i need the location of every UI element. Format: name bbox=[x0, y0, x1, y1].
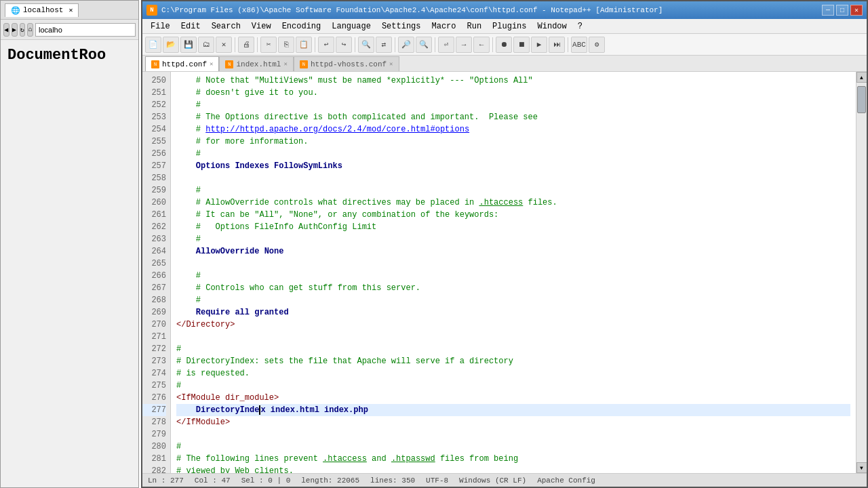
stop-button[interactable]: ⏹ bbox=[513, 37, 530, 53]
status-lines: lines: 350 bbox=[370, 476, 415, 485]
code-line-259: # bbox=[176, 184, 850, 197]
menu-settings[interactable]: Settings bbox=[376, 20, 427, 33]
line-number: 269 bbox=[142, 306, 166, 319]
code-line-279 bbox=[176, 428, 850, 441]
address-bar[interactable] bbox=[35, 23, 136, 37]
menu-search[interactable]: Search bbox=[206, 20, 246, 33]
code-line-260: # AllowOverride controls what directives… bbox=[176, 197, 850, 209]
tb-sep3 bbox=[315, 37, 315, 52]
tab-close-index[interactable]: ✕ bbox=[283, 60, 287, 68]
npp-title-text: C:\Program Files (x86)\Apache Software F… bbox=[161, 6, 663, 14]
indent-button[interactable]: → bbox=[456, 37, 472, 53]
find-button[interactable]: 🔍 bbox=[358, 37, 374, 53]
menu-plugins[interactable]: Plugins bbox=[487, 20, 532, 33]
zoom-out-button[interactable]: 🔍 bbox=[416, 37, 432, 53]
code-line-273: # DirectoryIndex: sets the file that Apa… bbox=[176, 355, 850, 367]
print-button[interactable]: 🖨 bbox=[238, 37, 254, 53]
toolbar-settings-button[interactable]: ⚙ bbox=[589, 37, 605, 53]
code-line-271 bbox=[176, 331, 850, 343]
save-button[interactable]: 💾 bbox=[180, 37, 197, 53]
scrollbar-track[interactable] bbox=[856, 83, 867, 462]
menu-language[interactable]: Language bbox=[326, 20, 376, 33]
npp-app-icon: N bbox=[146, 5, 157, 16]
code-line-270: </Directory> bbox=[176, 319, 850, 331]
scroll-down-arrow[interactable]: ▼ bbox=[856, 462, 867, 473]
line-number: 259 bbox=[142, 184, 166, 197]
play-button[interactable]: ▶ bbox=[531, 37, 547, 53]
menu-edit[interactable]: Edit bbox=[176, 20, 206, 33]
copy-button[interactable]: ⎘ bbox=[278, 37, 294, 53]
save-all-button[interactable]: 🗂 bbox=[198, 37, 214, 53]
code-line-274: # is requested. bbox=[176, 367, 850, 380]
browser-tab-label: localhost bbox=[23, 6, 63, 14]
tab-httpd-conf[interactable]: N httpd.conf ✕ bbox=[145, 56, 219, 71]
code-line-267: # Controls who can get stuff from this s… bbox=[176, 282, 850, 294]
undo-button[interactable]: ↩ bbox=[318, 37, 334, 53]
vertical-scrollbar[interactable]: ▲ ▼ bbox=[856, 72, 867, 473]
line-numbers: 250 251 252 253 254 255 256 257 258 259 … bbox=[142, 72, 171, 473]
status-type: Apache Config bbox=[537, 476, 595, 485]
open-button[interactable]: 📂 bbox=[163, 37, 179, 53]
tb-sep5 bbox=[395, 37, 395, 52]
line-number: 277 bbox=[142, 404, 166, 416]
code-line-277: DirectoryIndex index.html index.php bbox=[176, 404, 850, 416]
back-button[interactable]: ◀ bbox=[3, 23, 9, 37]
menu-macro[interactable]: Macro bbox=[426, 20, 461, 33]
tab-label-index: index.html bbox=[236, 60, 281, 68]
code-line-278: </IfModule> bbox=[176, 416, 850, 428]
menu-window[interactable]: Window bbox=[532, 20, 572, 33]
line-number: 261 bbox=[142, 209, 166, 221]
line-number: 278 bbox=[142, 416, 166, 428]
close-button[interactable]: ✕ bbox=[850, 5, 863, 16]
home-button[interactable]: ⌂ bbox=[27, 23, 33, 37]
unindent-button[interactable]: ← bbox=[473, 37, 490, 53]
close-button-tb[interactable]: ✕ bbox=[216, 37, 232, 53]
menu-run[interactable]: Run bbox=[462, 20, 488, 33]
redo-button[interactable]: ↪ bbox=[336, 37, 352, 53]
tab-close-vhosts[interactable]: ✕ bbox=[389, 60, 393, 68]
line-number: 273 bbox=[142, 355, 166, 367]
tab-vhosts-conf[interactable]: N httpd-vhosts.conf ✕ bbox=[294, 56, 399, 71]
line-number: 275 bbox=[142, 380, 166, 392]
record-button[interactable]: ⏺ bbox=[496, 37, 512, 53]
tab-index-html[interactable]: N index.html ✕ bbox=[219, 56, 293, 71]
code-line-258 bbox=[176, 172, 850, 184]
minimize-button[interactable]: ─ bbox=[822, 5, 834, 16]
tab-icon-httpd: N bbox=[151, 60, 159, 68]
scroll-up-arrow[interactable]: ▲ bbox=[856, 72, 867, 83]
line-number: 264 bbox=[142, 245, 166, 258]
menu-encoding[interactable]: Encoding bbox=[277, 20, 327, 33]
refresh-button[interactable]: ↻ bbox=[20, 23, 26, 37]
cut-button[interactable]: ✂ bbox=[260, 37, 277, 53]
menu-file[interactable]: File bbox=[145, 20, 176, 33]
word-wrap-button[interactable]: ⏎ bbox=[438, 37, 454, 53]
tab-label-vhosts: httpd-vhosts.conf bbox=[311, 60, 387, 68]
code-line-269: Require all granted bbox=[176, 306, 850, 319]
line-number: 272 bbox=[142, 343, 166, 355]
code-line-261: # It can be "All", "None", or any combin… bbox=[176, 209, 850, 221]
zoom-in-button[interactable]: 🔎 bbox=[398, 37, 414, 53]
menu-help[interactable]: ? bbox=[572, 20, 588, 33]
paste-button[interactable]: 📋 bbox=[296, 37, 312, 53]
forward-button[interactable]: ▶ bbox=[12, 23, 18, 37]
menu-view[interactable]: View bbox=[246, 20, 277, 33]
tab-close-httpd[interactable]: ✕ bbox=[210, 60, 213, 68]
code-line-257: Options Indexes FollowSymLinks bbox=[176, 160, 850, 172]
scrollbar-thumb[interactable] bbox=[857, 86, 866, 113]
replace-button[interactable]: ⇄ bbox=[376, 37, 392, 53]
spell-check-button[interactable]: ABC bbox=[571, 37, 587, 53]
document-root-text: DocumentRoo bbox=[7, 47, 106, 64]
code-line-281: # The following lines prevent .htaccess … bbox=[176, 453, 850, 465]
new-button[interactable]: 📄 bbox=[145, 37, 161, 53]
line-number: 281 bbox=[142, 453, 166, 465]
run-macro-button[interactable]: ⏭ bbox=[549, 37, 565, 53]
line-number: 255 bbox=[142, 136, 166, 148]
tb-sep1 bbox=[235, 37, 235, 52]
line-number: 262 bbox=[142, 221, 166, 233]
line-number: 268 bbox=[142, 294, 166, 306]
code-editor[interactable]: # Note that "MultiViews" must be named *… bbox=[171, 72, 856, 473]
maximize-button[interactable]: □ bbox=[836, 5, 848, 16]
status-bar: Ln : 277 Col : 47 Sel : 0 | 0 length: 22… bbox=[142, 473, 867, 487]
browser-tab[interactable]: 🌐 localhost ✕ bbox=[5, 3, 79, 17]
browser-tab-close[interactable]: ✕ bbox=[68, 6, 73, 14]
